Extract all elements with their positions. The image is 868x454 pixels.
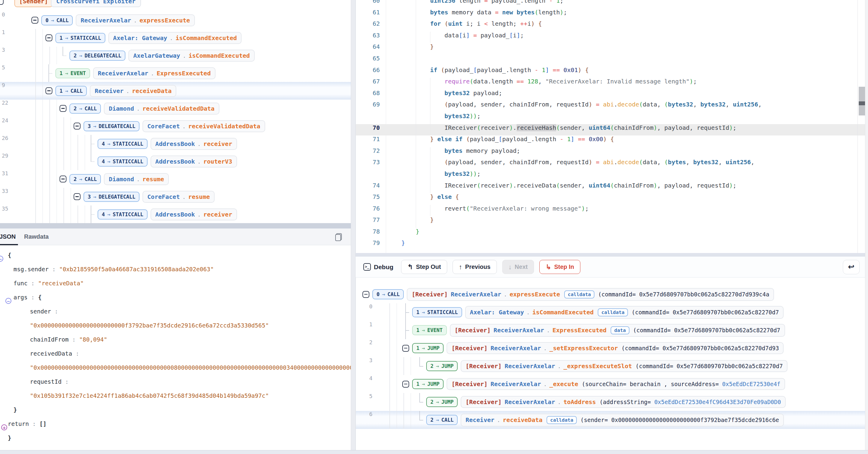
debug-trace-row[interactable]: 32→JUMP[Receiver]ReceiverAxelar._express… xyxy=(356,357,868,375)
call-target[interactable]: [Receiver]ReceiverAxelar.ExpressExecuted… xyxy=(450,324,785,337)
json-line: chainIdFrom : "80,094" xyxy=(0,336,351,350)
trace-row[interactable]: 354→STATICCALLAddressBook.receiver xyxy=(0,205,351,223)
call-target[interactable]: [Receiver]ReceiverAxelar.expressExecutec… xyxy=(407,288,774,301)
line-number[interactable]: 65 xyxy=(361,55,380,62)
data-kind-badge[interactable]: calldata xyxy=(547,416,577,424)
call-target[interactable]: AddressBook.receiver xyxy=(151,208,237,220)
debug-trace-row[interactable]: 0→CALL[Receiver]ReceiverAxelar.expressEx… xyxy=(356,285,868,303)
previous-button[interactable]: ↑Previous xyxy=(453,260,497,274)
line-number[interactable]: 66 xyxy=(361,66,380,73)
code-debug-divider[interactable] xyxy=(355,253,868,257)
call-target[interactable]: ReceiverAxelar.ExpressExecuted xyxy=(93,67,216,79)
line-number[interactable]: 67 xyxy=(361,78,380,85)
trace-row[interactable]: 333→DELEGATECALLCoreFacet.resume xyxy=(0,188,351,205)
call-target[interactable]: [Receiver]ReceiverAxelar._expressExecute… xyxy=(461,360,787,372)
line-number[interactable]: 61 xyxy=(361,9,380,16)
collapse-toggle[interactable] xyxy=(31,17,38,24)
line-number[interactable]: 77 xyxy=(361,216,380,223)
call-target[interactable]: CoreFacet.resume xyxy=(143,191,215,203)
trace-row[interactable]: 32→DELEGATECALLAxelarGateway.isCommandEx… xyxy=(0,47,351,64)
code-token: { xyxy=(610,135,614,143)
line-number[interactable]: 79 xyxy=(361,239,380,247)
debug-trace-row[interactable]: 41→JUMP[Receiver]ReceiverAxelar._execute… xyxy=(356,375,868,393)
trace-row[interactable]: 00→CALLReceiverAxelar.expressExecute xyxy=(0,11,351,29)
debug-trace-row[interactable]: 52→JUMP[Receiver]ReceiverAxelar.toAddres… xyxy=(356,393,868,411)
line-number[interactable]: 60 xyxy=(361,0,380,4)
tab-json[interactable]: JSON xyxy=(0,228,20,245)
step-out-button[interactable]: ↰Step Out xyxy=(401,260,447,274)
collapse-toggle[interactable] xyxy=(60,105,66,112)
line-number[interactable]: 75 xyxy=(361,193,380,200)
collapse-toggle[interactable] xyxy=(402,381,409,388)
call-target[interactable]: AddressBook.receiver xyxy=(151,138,237,150)
reset-debugger-button[interactable]: ↩ xyxy=(843,260,860,274)
collapse-toggle[interactable] xyxy=(45,34,52,41)
call-target[interactable]: Receiver.receiveDatacalldata(sender= 0x0… xyxy=(461,414,784,426)
line-number[interactable]: 72 xyxy=(361,147,380,154)
line-number[interactable]: 78 xyxy=(361,228,380,235)
copy-icon[interactable] xyxy=(335,233,342,241)
call-target[interactable]: [Receiver]ReceiverAxelar._execute(source… xyxy=(446,378,785,390)
debug-trace-row[interactable]: 62→CALLReceiver.receiveDatacalldata(send… xyxy=(356,411,868,429)
line-number[interactable]: 70 xyxy=(361,124,380,131)
page-scrollbar[interactable] xyxy=(865,0,868,454)
line-number[interactable]: 76 xyxy=(361,205,380,212)
data-kind-badge[interactable]: calldata xyxy=(564,290,594,298)
call-target[interactable]: ReceiverAxelar.expressExecute xyxy=(76,14,194,26)
collapse-toggle[interactable]: − xyxy=(0,256,3,262)
horizontal-scrollbar[interactable] xyxy=(0,450,868,454)
indent-guide xyxy=(42,64,43,82)
collapse-toggle[interactable] xyxy=(45,87,52,94)
call-target[interactable]: Diamond.resume xyxy=(104,173,169,185)
line-number[interactable]: 74 xyxy=(361,182,380,189)
collapse-toggle[interactable] xyxy=(60,175,66,183)
data-kind-badge[interactable]: data xyxy=(611,326,629,334)
trace-row[interactable]: 243→DELEGATECALLCoreFacet.receiveValidat… xyxy=(0,117,351,135)
step-in-button[interactable]: ↳Step In xyxy=(539,260,580,274)
call-target[interactable]: [Receiver]ReceiverAxelar._setExpressExec… xyxy=(446,342,784,354)
collapse-toggle[interactable] xyxy=(363,291,369,298)
line-number[interactable]: 68 xyxy=(361,90,380,97)
line-number[interactable]: 64 xyxy=(361,43,380,50)
debug-trace-row[interactable]: 21→JUMP[Receiver]ReceiverAxelar._setExpr… xyxy=(356,339,868,357)
tab-rawdata[interactable]: Rawdata xyxy=(20,228,53,245)
panel-resize-divider[interactable] xyxy=(0,223,351,228)
trace-row[interactable]: 11→STATICCALLAxelar: Gateway.isCommandEx… xyxy=(0,29,351,47)
method-name: expressExecute xyxy=(140,17,190,24)
debug-trace-row[interactable]: 01→STATICCALLAxelar: Gateway.isCommandEx… xyxy=(356,303,868,321)
call-target[interactable]: Axelar: Gateway.isCommandExecuted xyxy=(108,32,242,44)
debug-trace-row[interactable]: 11→EVENT[Receiver]ReceiverAxelar.Express… xyxy=(356,321,868,339)
call-target[interactable]: AddressBook.routerV3 xyxy=(151,156,237,167)
collapse-toggle[interactable] xyxy=(74,123,81,130)
line-number[interactable]: 69 xyxy=(361,101,380,108)
trace-row[interactable]: 91→CALLReceiver.receiveData xyxy=(0,82,351,100)
trace-row[interactable]: 294→STATICCALLAddressBook.routerV3 xyxy=(0,153,351,170)
call-target[interactable]: Diamond.receiveValidatedData xyxy=(104,103,219,115)
line-number[interactable]: 63 xyxy=(361,32,380,39)
trace-row[interactable]: 264→STATICCALLAddressBook.receiver xyxy=(0,135,351,153)
collapse-toggle[interactable] xyxy=(0,0,4,5)
vertical-panel-divider[interactable] xyxy=(351,0,355,454)
indent-guide xyxy=(42,47,43,64)
call-target[interactable]: Receiver.receiveData xyxy=(90,85,176,97)
code-token: payload; xyxy=(470,90,502,97)
sender-account-chip[interactable]: Crosscurvefi Exploiter xyxy=(51,0,141,7)
call-target[interactable]: CoreFacet.receiveValidatedData xyxy=(143,120,265,132)
line-number[interactable]: 73 xyxy=(361,159,380,166)
call-target[interactable]: [Receiver]ReceiverAxelar.toAddress(addre… xyxy=(461,396,786,408)
json-token: msg.sender xyxy=(13,266,49,273)
call-target[interactable]: AxelarGateway.isCommandExecuted xyxy=(128,50,254,62)
trace-row[interactable]: 312→CALLDiamond.resume xyxy=(0,170,351,188)
collapse-toggle[interactable] xyxy=(74,193,81,200)
expand-toggle[interactable]: + xyxy=(1,424,7,430)
line-number[interactable]: 71 xyxy=(361,135,380,143)
trace-row[interactable]: 222→CALLDiamond.receiveValidatedData xyxy=(0,100,351,117)
call-target[interactable]: Axelar: Gateway.isCommandExecutedcalldat… xyxy=(465,306,784,319)
collapse-toggle[interactable]: − xyxy=(5,298,11,304)
code-scrollbar-thumb[interactable] xyxy=(859,87,865,116)
collapse-toggle[interactable] xyxy=(402,345,409,352)
code-token: payload_.length xyxy=(477,66,535,73)
line-number[interactable]: 62 xyxy=(361,20,380,27)
trace-row[interactable]: 51→EVENTReceiverAxelar.ExpressExecuted xyxy=(0,64,351,82)
data-kind-badge[interactable]: calldata xyxy=(598,309,628,317)
